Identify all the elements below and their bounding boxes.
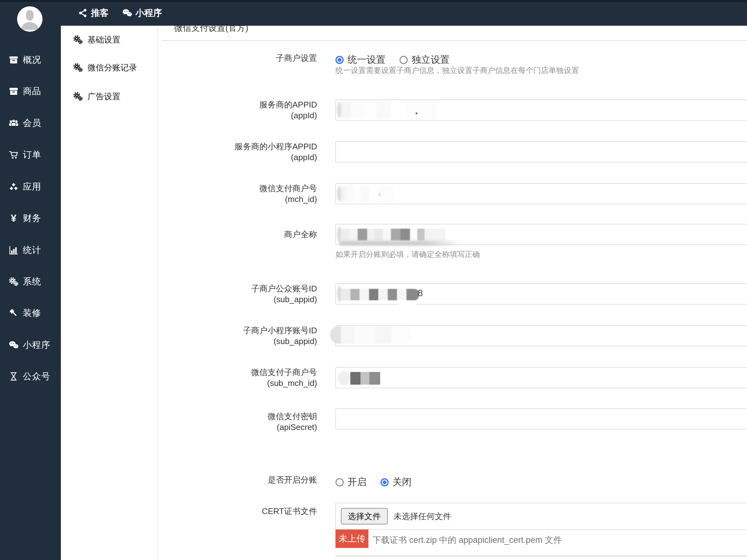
field-helper: 如果开启分账则必填，请确定全称填写正确 — [335, 249, 480, 259]
radio-label[interactable]: 统一设置 — [347, 53, 386, 66]
sidebar-item-apps[interactable]: 应用 — [0, 179, 61, 195]
redaction-blur — [350, 372, 380, 385]
sidebar-item-products[interactable]: 商品 — [0, 84, 61, 99]
sidebar-item-official-account[interactable]: 公众号 — [0, 369, 61, 384]
sidebar-item-finance[interactable]: ¥ 财务 — [0, 210, 61, 226]
radio-unified-setting[interactable] — [335, 56, 344, 64]
sidebar-item-label: 概况 — [23, 54, 41, 66]
not-uploaded-badge: 未上传 — [335, 530, 368, 548]
provider-mini-appid-input[interactable] — [335, 142, 747, 162]
top-navbar: 推客 小程序 — [61, 0, 747, 26]
sidebar-item-miniprogram[interactable]: 小程序 — [0, 337, 61, 353]
hourglass-icon — [8, 371, 19, 382]
topnav-item-promoter[interactable]: 推客 — [78, 7, 109, 19]
radio-split-on[interactable] — [335, 478, 344, 486]
sidebar-item-decoration[interactable]: 装修 — [0, 305, 61, 321]
redaction-blur — [416, 112, 417, 114]
sidebar-item-system[interactable]: 系统 — [0, 274, 61, 289]
wechat-icon — [122, 8, 132, 18]
submenu-item-label: 微信分账记录 — [87, 62, 137, 73]
redaction-blur — [341, 289, 419, 300]
field-label-api-secret: 微信支付密钥 (apiSecret) — [171, 411, 317, 433]
redaction-blur — [330, 326, 412, 344]
provider-appid-input[interactable] — [335, 100, 747, 121]
field-label-mch-id: 微信支付商户号 (mch_id) — [171, 183, 317, 205]
archive-icon — [8, 86, 19, 97]
yen-icon: ¥ — [8, 213, 19, 224]
sidebar-item-label: 公众号 — [23, 371, 50, 382]
users-icon — [8, 118, 19, 128]
cogs-icon — [73, 91, 83, 101]
field-label-provider-appid: 服务商的APPID (appId) — [171, 99, 317, 121]
sub-appid-input[interactable]: 8 — [335, 283, 747, 304]
sidebar-item-label: 财务 — [23, 212, 41, 224]
sidebar-item-orders[interactable]: 订单 — [0, 147, 61, 162]
submenu-item-wechat-split-records[interactable]: 微信分账记录 — [61, 60, 157, 75]
redaction-blur — [339, 241, 463, 246]
chart-icon — [8, 245, 19, 256]
submenu-item-label: 基础设置 — [87, 34, 121, 45]
topnav-item-miniprogram[interactable]: 小程序 — [122, 7, 162, 19]
cubes-icon — [8, 181, 19, 192]
field-label-cert-file: CERT证书文件 — [171, 506, 317, 516]
redaction-blur — [379, 193, 380, 196]
api-secret-input[interactable] — [335, 408, 747, 429]
sub-mch-id-input[interactable] — [335, 367, 747, 388]
redaction-blur — [341, 186, 395, 202]
cogs-icon — [73, 62, 83, 73]
no-file-chosen-text: 未选择任何文件 — [393, 511, 451, 522]
cogs-icon — [8, 276, 19, 287]
enable-split-radio-group: 开启 关闭 — [335, 476, 426, 489]
radio-independent-setting[interactable] — [400, 56, 408, 64]
radio-label[interactable]: 开启 — [347, 476, 366, 489]
main-sidebar: 概况 商品 会员 订单 应用 ¥ 财务 统计 系统 — [0, 0, 61, 560]
submenu-item-ad-settings[interactable]: 广告设置 — [61, 89, 157, 104]
field-label-sub-mch-id: 微信支付子商户号 (sub_mch_id) — [171, 367, 317, 388]
field-label-merchant-full-name: 商户全称 — [171, 229, 317, 240]
sidebar-item-label: 会员 — [23, 117, 41, 129]
mch-id-input[interactable] — [335, 183, 747, 204]
cert-file-note: 下载证书 cert.zip 中的 appapiclient_cert.pem 文… — [372, 534, 562, 546]
field-label-sub-mini-appid: 子商户小程序账号ID (sub_appid) — [171, 325, 317, 347]
sidebar-item-label: 应用 — [23, 181, 41, 193]
submenu-item-basic-settings[interactable]: 基础设置 — [61, 32, 157, 47]
field-helper: 统一设置需要设置子商户信息，独立设置子商户信息在每个门店单独设置 — [335, 65, 579, 75]
next-field-partial-border — [335, 556, 747, 556]
cert-file-input[interactable]: 选择文件 未选择任何文件 — [335, 503, 747, 530]
radio-label[interactable]: 独立设置 — [412, 53, 449, 66]
visible-value-fragment: 8 — [418, 288, 423, 298]
title-divider — [162, 40, 747, 41]
gavel-icon — [8, 308, 19, 319]
redaction-blur — [338, 371, 351, 385]
avatar[interactable] — [17, 6, 43, 32]
merchant-full-name-input[interactable] — [335, 224, 747, 245]
settings-submenu: 基础设置 微信分账记录 广告设置 — [61, 26, 158, 560]
sub-merchant-setting-radio-group: 统一设置 独立设置 — [335, 53, 464, 66]
field-label-enable-split: 是否开启分账 — [171, 475, 317, 485]
sidebar-item-label: 统计 — [23, 244, 41, 256]
sidebar-item-label: 小程序 — [23, 339, 50, 351]
choose-file-button[interactable]: 选择文件 — [341, 508, 388, 525]
wechat-pay-settings-form: 微信支付设置(官方) 子商户设置 统一设置 独立设置 统一设置需要设置子商户信息… — [158, 0, 747, 560]
sidebar-item-overview[interactable]: 概况 — [0, 52, 61, 68]
radio-split-off[interactable] — [381, 478, 389, 486]
sidebar-item-label: 系统 — [23, 276, 41, 288]
redaction-blur — [341, 229, 445, 241]
redaction-blur — [341, 102, 436, 118]
app-window: 推客 小程序 概况 商品 会员 订单 — [0, 0, 747, 560]
field-label-sub-merchant-setting: 子商户设置 — [171, 53, 317, 63]
wechat-icon — [8, 340, 19, 350]
sidebar-item-label: 商品 — [23, 85, 41, 97]
share-icon — [78, 8, 88, 18]
field-label-sub-appid: 子商户公众账号ID (sub_appid) — [171, 283, 317, 305]
radio-label[interactable]: 关闭 — [392, 476, 412, 489]
sidebar-item-label: 装修 — [23, 307, 41, 319]
cart-icon — [8, 149, 19, 160]
redaction-blur — [397, 303, 417, 307]
sidebar-item-members[interactable]: 会员 — [0, 116, 61, 131]
cogs-icon — [73, 34, 83, 45]
submenu-item-label: 广告设置 — [87, 91, 121, 102]
sidebar-item-statistics[interactable]: 统计 — [0, 243, 61, 258]
topnav-item-label: 小程序 — [135, 7, 162, 19]
window-top-edge — [0, 0, 747, 2]
